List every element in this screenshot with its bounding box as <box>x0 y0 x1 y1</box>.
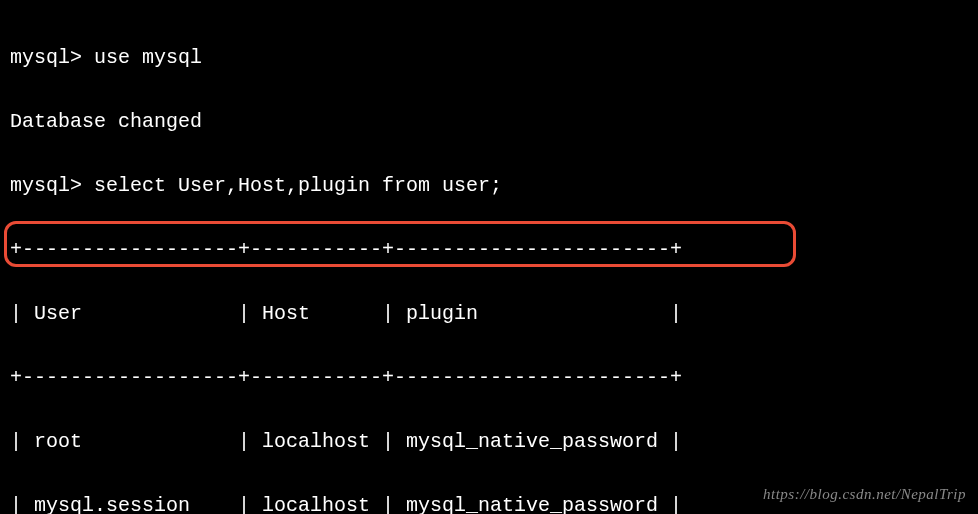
terminal-output: mysql> use mysql Database changed mysql>… <box>10 10 968 514</box>
mysql-prompt: mysql> <box>10 174 82 197</box>
command-select-query: select User,Host,plugin from user; <box>94 174 502 197</box>
watermark-text: https://blog.csdn.net/NepalTrip <box>763 482 966 506</box>
mysql-prompt: mysql> <box>10 46 82 69</box>
database-changed-response: Database changed <box>10 106 968 138</box>
table-row: | root | localhost | mysql_native_passwo… <box>10 426 968 458</box>
command-use-mysql: use mysql <box>94 46 202 69</box>
table-border-mid: +------------------+-----------+--------… <box>10 362 968 394</box>
table-header: | User | Host | plugin | <box>10 298 968 330</box>
table-border-top: +------------------+-----------+--------… <box>10 234 968 266</box>
